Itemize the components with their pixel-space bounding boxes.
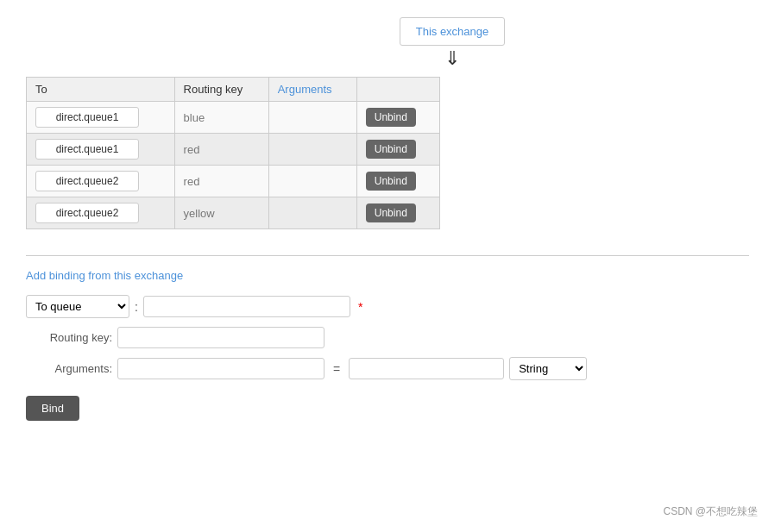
arguments-cell (268, 102, 356, 134)
queue-cell: direct.queue2 (27, 197, 175, 229)
table-row: direct.queue1redUnbind (27, 134, 440, 166)
routing-key-cell: red (174, 166, 268, 197)
routing-key-label: Routing key: (26, 331, 112, 344)
queue-cell: direct.queue1 (27, 134, 175, 166)
arguments-label: Arguments: (26, 362, 112, 375)
exchange-container: This exchange ⇓ (155, 17, 749, 68)
equals-sign: = (333, 362, 340, 376)
routing-key-cell: yellow (174, 197, 268, 229)
to-queue-row: To queueTo exchange : * (26, 295, 749, 318)
action-cell: Unbind (356, 102, 439, 134)
arguments-cell (268, 166, 356, 197)
routing-key-input[interactable] (117, 327, 324, 348)
string-type-select[interactable]: StringIntegerBoolean (509, 357, 587, 380)
routing-key-value: blue (184, 111, 205, 124)
arguments-row: Arguments: = StringIntegerBoolean (26, 357, 749, 380)
table-row: direct.queue2yellowUnbind (27, 197, 440, 229)
unbind-button[interactable]: Unbind (366, 140, 416, 159)
arguments-value-input[interactable] (349, 358, 504, 379)
unbind-button[interactable]: Unbind (366, 172, 416, 191)
arguments-cell (268, 134, 356, 166)
add-binding-title: Add binding from this exchange (26, 269, 749, 282)
bindings-table: To Routing key Arguments direct.queue1bl… (26, 77, 440, 229)
routing-key-cell: blue (174, 102, 268, 134)
routing-key-value: red (184, 143, 200, 156)
col-header-arguments: Arguments (268, 78, 356, 102)
routing-key-row: Routing key: (26, 327, 749, 348)
col-header-to: To (27, 78, 175, 102)
col-header-routing-key: Routing key (174, 78, 268, 102)
colon: : (135, 300, 138, 314)
unbind-button[interactable]: Unbind (366, 203, 416, 222)
queue-link[interactable]: direct.queue1 (35, 139, 139, 160)
routing-key-value: red (184, 175, 200, 188)
to-queue-input[interactable] (143, 296, 350, 317)
queue-cell: direct.queue1 (27, 102, 175, 134)
arguments-key-input[interactable] (117, 358, 324, 379)
queue-link[interactable]: direct.queue2 (35, 171, 139, 191)
queue-link[interactable]: direct.queue2 (35, 203, 139, 223)
action-cell: Unbind (356, 166, 439, 197)
required-star: * (358, 300, 362, 314)
unbind-button[interactable]: Unbind (366, 108, 416, 127)
arguments-cell (268, 197, 356, 229)
routing-key-value: yellow (184, 207, 215, 220)
to-queue-select[interactable]: To queueTo exchange (26, 295, 129, 318)
add-binding-section: Add binding from this exchange To queueT… (26, 269, 749, 421)
col-header-actions (356, 78, 439, 102)
table-row: direct.queue2redUnbind (27, 166, 440, 197)
section-divider (26, 255, 749, 256)
queue-link[interactable]: direct.queue1 (35, 107, 139, 128)
arrow-down-icon: ⇓ (444, 49, 460, 68)
table-row: direct.queue1blueUnbind (27, 102, 440, 134)
action-cell: Unbind (356, 134, 439, 166)
bind-button[interactable]: Bind (26, 396, 79, 421)
action-cell: Unbind (356, 197, 439, 229)
routing-key-cell: red (174, 134, 268, 166)
exchange-label: This exchange (400, 17, 506, 46)
queue-cell: direct.queue2 (27, 166, 175, 197)
